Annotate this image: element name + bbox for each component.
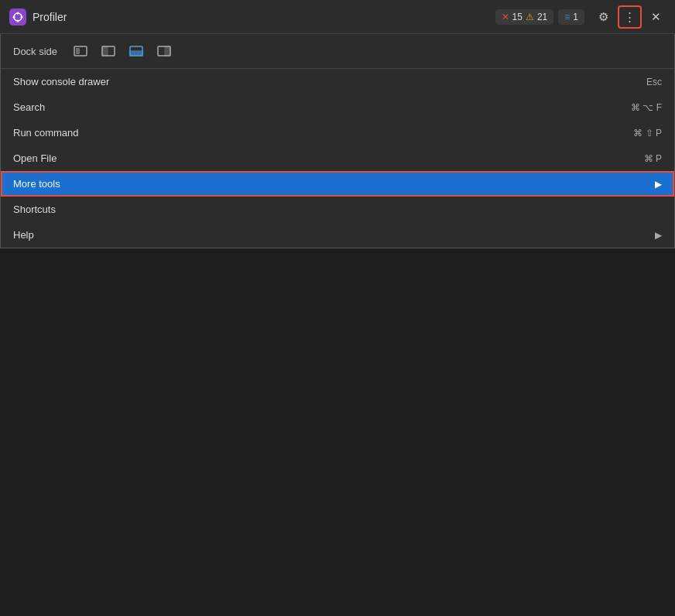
app-title: Profiler: [33, 11, 67, 23]
error-badge[interactable]: ✕ 15 ⚠ 21: [495, 9, 554, 25]
info-badge[interactable]: ≡ 1: [558, 9, 584, 25]
dock-icons: [70, 42, 175, 60]
dock-side-label: Dock side: [13, 46, 57, 57]
error-icon: ✕: [502, 12, 509, 22]
main-area: Animations Changes Coverage Developer Re…: [0, 34, 675, 616]
title-bar: Profiler ✕ 15 ⚠ 21 ≡ 1 ⚙ ⋮ ✕: [0, 0, 675, 34]
warn-count: 21: [537, 12, 547, 22]
more-tools-arrow: ▶: [655, 179, 662, 190]
menu-item-run-command[interactable]: Run command ⌘ ⇧ P: [1, 120, 674, 145]
svg-point-2: [17, 12, 19, 14]
app-logo: [9, 9, 26, 26]
close-button[interactable]: ✕: [646, 7, 666, 27]
dock-undock-button[interactable]: [70, 42, 91, 60]
svg-rect-7: [76, 48, 80, 54]
svg-point-4: [13, 15, 15, 18]
help-arrow: ▶: [655, 230, 662, 241]
svg-rect-0: [9, 9, 26, 26]
svg-point-3: [17, 19, 19, 22]
dock-right-button[interactable]: [153, 42, 175, 60]
svg-rect-13: [165, 46, 170, 56]
menu-item-search[interactable]: Search ⌘ ⌥ F: [1, 94, 674, 120]
dock-bottom-button[interactable]: [125, 42, 147, 60]
dock-side-row: Dock side: [1, 34, 674, 69]
info-count: 1: [573, 12, 578, 22]
menu-item-shortcuts[interactable]: Shortcuts: [1, 197, 674, 222]
settings-button[interactable]: ⚙: [594, 7, 613, 27]
main-menu: Dock side: [0, 34, 675, 248]
warn-icon: ⚠: [526, 12, 534, 22]
menu-item-open-file[interactable]: Open File ⌘ P: [1, 145, 674, 171]
menu-item-show-console[interactable]: Show console drawer Esc: [1, 69, 674, 94]
title-actions: ⚙ ⋮ ✕: [594, 5, 666, 29]
svg-point-5: [21, 15, 23, 18]
svg-rect-11: [130, 51, 142, 56]
dock-left-button[interactable]: [98, 42, 119, 60]
title-badges: ✕ 15 ⚠ 21 ≡ 1: [495, 9, 584, 25]
more-button[interactable]: ⋮: [618, 5, 642, 29]
error-count: 15: [512, 12, 523, 22]
menu-item-help[interactable]: Help ▶: [1, 222, 674, 248]
svg-rect-9: [102, 46, 108, 56]
menu-item-more-tools[interactable]: More tools ▶: [1, 171, 674, 197]
info-icon: ≡: [564, 12, 570, 22]
